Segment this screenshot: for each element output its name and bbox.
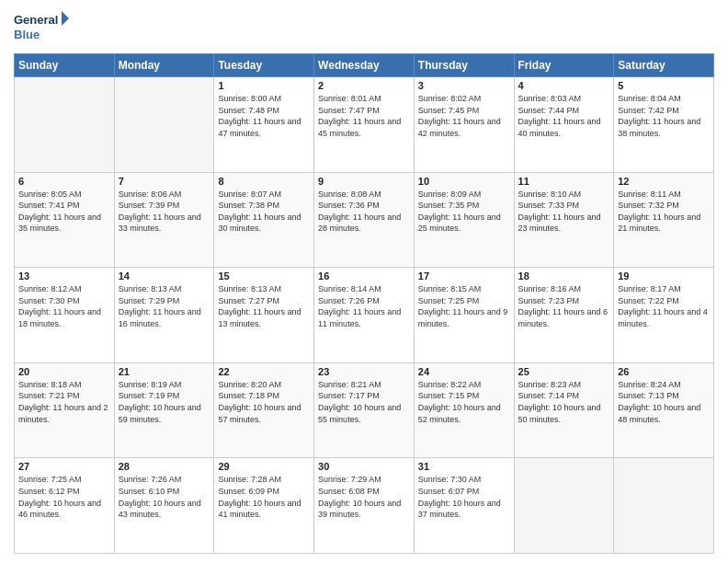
- day-number: 21: [119, 366, 210, 377]
- day-number: 26: [618, 366, 710, 377]
- day-number: 30: [318, 461, 410, 472]
- day-number: 24: [418, 366, 510, 377]
- calendar-cell: 13Sunrise: 8:12 AM Sunset: 7:30 PM Dayli…: [15, 268, 115, 363]
- day-number: 6: [18, 176, 110, 187]
- day-number: 16: [318, 270, 410, 282]
- calendar-cell: 31Sunrise: 7:30 AM Sunset: 6:07 PM Dayli…: [414, 458, 514, 554]
- day-number: 2: [318, 80, 410, 91]
- day-info: Sunrise: 8:01 AM Sunset: 7:47 PM Dayligh…: [318, 93, 410, 139]
- logo-icon: GeneralBlue: [14, 9, 69, 46]
- calendar-cell: 27Sunrise: 7:25 AM Sunset: 6:12 PM Dayli…: [15, 458, 115, 554]
- day-info: Sunrise: 8:09 AM Sunset: 7:35 PM Dayligh…: [418, 189, 510, 235]
- day-info: Sunrise: 8:22 AM Sunset: 7:15 PM Dayligh…: [418, 379, 510, 425]
- calendar-cell: 30Sunrise: 7:29 AM Sunset: 6:08 PM Dayli…: [314, 458, 415, 554]
- day-number: 7: [119, 176, 210, 187]
- day-info: Sunrise: 8:24 AM Sunset: 7:13 PM Dayligh…: [618, 379, 710, 425]
- day-number: 15: [218, 270, 310, 282]
- day-info: Sunrise: 8:20 AM Sunset: 7:18 PM Dayligh…: [218, 379, 310, 425]
- day-info: Sunrise: 8:17 AM Sunset: 7:22 PM Dayligh…: [618, 283, 710, 329]
- day-number: 11: [518, 176, 610, 187]
- day-info: Sunrise: 8:14 AM Sunset: 7:26 PM Dayligh…: [318, 283, 410, 329]
- day-info: Sunrise: 8:23 AM Sunset: 7:14 PM Dayligh…: [518, 379, 610, 425]
- day-number: 27: [18, 461, 110, 472]
- day-info: Sunrise: 8:03 AM Sunset: 7:44 PM Dayligh…: [518, 93, 610, 139]
- calendar-cell: 20Sunrise: 8:18 AM Sunset: 7:21 PM Dayli…: [15, 362, 115, 458]
- calendar-cell: 4Sunrise: 8:03 AM Sunset: 7:44 PM Daylig…: [514, 77, 614, 173]
- calendar-cell: 1Sunrise: 8:00 AM Sunset: 7:48 PM Daylig…: [214, 77, 314, 173]
- calendar-cell: [114, 77, 214, 173]
- day-number: 17: [418, 270, 510, 282]
- day-info: Sunrise: 8:13 AM Sunset: 7:27 PM Dayligh…: [218, 283, 310, 329]
- day-number: 25: [518, 366, 610, 377]
- day-number: 9: [318, 176, 410, 187]
- day-number: 5: [618, 80, 710, 91]
- svg-marker-1: [62, 11, 69, 26]
- calendar-cell: 15Sunrise: 8:13 AM Sunset: 7:27 PM Dayli…: [214, 268, 314, 363]
- day-number: 31: [418, 461, 510, 472]
- calendar-cell: 19Sunrise: 8:17 AM Sunset: 7:22 PM Dayli…: [614, 268, 714, 363]
- day-number: 18: [518, 270, 610, 282]
- day-number: 14: [119, 270, 210, 282]
- day-info: Sunrise: 8:19 AM Sunset: 7:19 PM Dayligh…: [119, 379, 210, 425]
- day-number: 22: [218, 366, 310, 377]
- day-info: Sunrise: 8:12 AM Sunset: 7:30 PM Dayligh…: [18, 283, 110, 329]
- calendar-cell: 10Sunrise: 8:09 AM Sunset: 7:35 PM Dayli…: [414, 172, 514, 268]
- day-number: 19: [618, 270, 710, 282]
- logo: GeneralBlue: [14, 9, 69, 46]
- day-info: Sunrise: 7:29 AM Sunset: 6:08 PM Dayligh…: [318, 474, 410, 520]
- day-info: Sunrise: 8:04 AM Sunset: 7:42 PM Dayligh…: [618, 93, 710, 139]
- day-number: 28: [119, 461, 210, 472]
- header: GeneralBlue: [14, 9, 714, 46]
- calendar-cell: 26Sunrise: 8:24 AM Sunset: 7:13 PM Dayli…: [614, 362, 714, 458]
- day-number: 29: [218, 461, 310, 472]
- day-header-monday: Monday: [114, 54, 214, 77]
- day-info: Sunrise: 8:11 AM Sunset: 7:32 PM Dayligh…: [618, 189, 710, 235]
- calendar-cell: 23Sunrise: 8:21 AM Sunset: 7:17 PM Dayli…: [314, 362, 415, 458]
- calendar-cell: [514, 458, 614, 554]
- day-header-wednesday: Wednesday: [314, 54, 415, 77]
- svg-text:Blue: Blue: [14, 28, 40, 41]
- day-info: Sunrise: 8:07 AM Sunset: 7:38 PM Dayligh…: [218, 189, 310, 235]
- calendar-cell: 12Sunrise: 8:11 AM Sunset: 7:32 PM Dayli…: [614, 172, 714, 268]
- day-number: 3: [418, 80, 510, 91]
- calendar-cell: 29Sunrise: 7:28 AM Sunset: 6:09 PM Dayli…: [214, 458, 314, 554]
- day-header-saturday: Saturday: [614, 54, 714, 77]
- day-info: Sunrise: 7:25 AM Sunset: 6:12 PM Dayligh…: [18, 474, 110, 520]
- day-number: 4: [518, 80, 610, 91]
- day-info: Sunrise: 8:18 AM Sunset: 7:21 PM Dayligh…: [18, 379, 110, 425]
- day-number: 12: [618, 176, 710, 187]
- calendar-cell: 3Sunrise: 8:02 AM Sunset: 7:45 PM Daylig…: [414, 77, 514, 173]
- calendar-cell: [614, 458, 714, 554]
- day-header-thursday: Thursday: [414, 54, 514, 77]
- calendar-cell: 24Sunrise: 8:22 AM Sunset: 7:15 PM Dayli…: [414, 362, 514, 458]
- calendar-cell: 8Sunrise: 8:07 AM Sunset: 7:38 PM Daylig…: [214, 172, 314, 268]
- calendar-cell: 11Sunrise: 8:10 AM Sunset: 7:33 PM Dayli…: [514, 172, 614, 268]
- day-info: Sunrise: 8:05 AM Sunset: 7:41 PM Dayligh…: [18, 189, 110, 235]
- day-info: Sunrise: 8:06 AM Sunset: 7:39 PM Dayligh…: [119, 189, 210, 235]
- calendar-cell: 28Sunrise: 7:26 AM Sunset: 6:10 PM Dayli…: [114, 458, 214, 554]
- calendar-cell: 9Sunrise: 8:08 AM Sunset: 7:36 PM Daylig…: [314, 172, 415, 268]
- day-number: 20: [18, 366, 110, 377]
- calendar-cell: 18Sunrise: 8:16 AM Sunset: 7:23 PM Dayli…: [514, 268, 614, 363]
- day-info: Sunrise: 8:16 AM Sunset: 7:23 PM Dayligh…: [518, 283, 610, 329]
- day-info: Sunrise: 7:26 AM Sunset: 6:10 PM Dayligh…: [119, 474, 210, 520]
- day-info: Sunrise: 8:21 AM Sunset: 7:17 PM Dayligh…: [318, 379, 410, 425]
- day-info: Sunrise: 8:15 AM Sunset: 7:25 PM Dayligh…: [418, 283, 510, 329]
- day-info: Sunrise: 8:08 AM Sunset: 7:36 PM Dayligh…: [318, 189, 410, 235]
- calendar-cell: 21Sunrise: 8:19 AM Sunset: 7:19 PM Dayli…: [114, 362, 214, 458]
- day-number: 23: [318, 366, 410, 377]
- svg-text:General: General: [14, 13, 58, 27]
- day-info: Sunrise: 7:30 AM Sunset: 6:07 PM Dayligh…: [418, 474, 510, 520]
- day-number: 13: [18, 270, 110, 282]
- day-number: 1: [218, 80, 310, 91]
- calendar-cell: 7Sunrise: 8:06 AM Sunset: 7:39 PM Daylig…: [114, 172, 214, 268]
- day-header-friday: Friday: [514, 54, 614, 77]
- calendar-cell: 25Sunrise: 8:23 AM Sunset: 7:14 PM Dayli…: [514, 362, 614, 458]
- calendar-cell: [15, 77, 115, 173]
- day-number: 10: [418, 176, 510, 187]
- day-info: Sunrise: 8:00 AM Sunset: 7:48 PM Dayligh…: [218, 93, 310, 139]
- calendar-cell: 16Sunrise: 8:14 AM Sunset: 7:26 PM Dayli…: [314, 268, 415, 363]
- day-header-sunday: Sunday: [15, 54, 115, 77]
- day-number: 8: [218, 176, 310, 187]
- day-info: Sunrise: 8:10 AM Sunset: 7:33 PM Dayligh…: [518, 189, 610, 235]
